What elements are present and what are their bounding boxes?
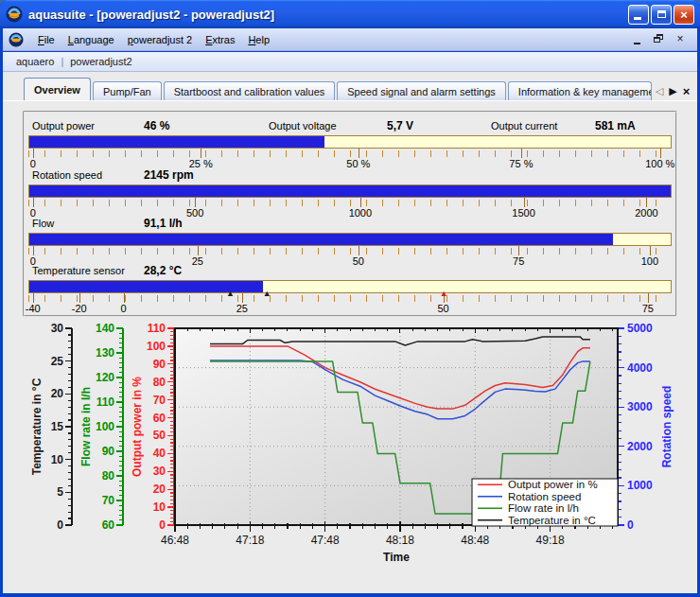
menu-item-extras[interactable]: Extras	[199, 32, 241, 47]
legend-label: Flow rate in l/h	[508, 502, 579, 514]
gauge-scale-label: 500	[186, 207, 203, 219]
tab-close-icon[interactable]: ×	[683, 85, 691, 97]
breadcrumb-item-poweradjust2[interactable]: poweradjust2	[66, 56, 135, 67]
svg-text:100: 100	[147, 340, 166, 353]
svg-text:Output power in %: Output power in %	[131, 377, 144, 477]
tab-scroll-left-icon[interactable]: ◁	[656, 86, 663, 97]
x-axis-title: Time	[383, 551, 410, 564]
svg-text:140: 140	[96, 322, 114, 335]
menu-bar: FileLanguagepoweradjust 2ExtrasHelp ×	[3, 28, 697, 51]
gauge-major-tick	[359, 149, 359, 158]
window-title: aquasuite - [poweradjust2 - poweradjust2…	[28, 8, 274, 22]
gauge-major-tick	[648, 293, 649, 303]
gauge-bar-output-power	[28, 135, 672, 149]
gauge-scale-label: -20	[72, 303, 87, 314]
svg-text:80: 80	[153, 376, 166, 389]
gauge-bar-temperature-sensor	[28, 280, 672, 293]
mdi-restore-button[interactable]	[654, 34, 665, 45]
svg-text:2000: 2000	[627, 440, 653, 453]
mdi-minimize-button[interactable]	[633, 34, 644, 45]
gauge-major-tick	[650, 246, 651, 255]
legend-label: Temperature in °C	[508, 515, 596, 526]
app-window: aquasuite - [poweradjust2 - poweradjust2…	[0, 0, 700, 597]
gauge-value-flow: 91,1 l/h	[144, 217, 183, 230]
gauge-value-rotation-speed: 2145 rpm	[144, 168, 194, 182]
breadcrumb-item-aquaero[interactable]: aquaero	[12, 56, 58, 67]
gauge-value-output-current: 581 mA	[595, 119, 636, 132]
gauge-scale-label: 75	[513, 255, 524, 267]
minimize-icon	[634, 17, 641, 20]
x-tick-label: 49:18	[536, 534, 565, 547]
svg-text:120: 120	[96, 371, 114, 384]
gauge-bar-fill-output-power	[29, 136, 324, 148]
gauge-major-tick	[124, 293, 125, 303]
gauge-value-output-voltage: 5,7 V	[387, 119, 413, 132]
gauge-scale-label: 0	[30, 158, 36, 169]
gauge-major-tick	[521, 149, 522, 158]
title-bar[interactable]: aquasuite - [poweradjust2 - poweradjust2…	[0, 0, 700, 28]
tab-page: OverviewPump/FanStartboost and calibrati…	[3, 72, 697, 593]
gauge-major-tick	[33, 293, 34, 303]
menu-item-help[interactable]: Help	[241, 32, 276, 47]
svg-text:70: 70	[102, 494, 115, 507]
svg-text:10: 10	[51, 453, 64, 466]
gauge-major-tick	[33, 246, 34, 255]
gauge-scale-label: 50	[437, 303, 448, 314]
svg-text:0: 0	[159, 518, 166, 532]
gauge-major-tick	[195, 198, 196, 207]
tab-speed-signal-and-alarm-settings[interactable]: Speed signal and alarm settings	[337, 81, 506, 100]
gauge-scale-label: 0	[121, 303, 127, 314]
gauge-scale-label: 1000	[349, 207, 372, 219]
svg-text:30: 30	[51, 322, 64, 335]
gauge-threshold-marker-icon: ▲	[263, 290, 271, 298]
gauge-bar-fill-flow	[29, 234, 613, 245]
gauge-scale-label: 100	[641, 255, 658, 267]
svg-text:3000: 3000	[627, 400, 653, 413]
svg-text:5000: 5000	[627, 322, 653, 335]
svg-text:50: 50	[153, 429, 166, 442]
menu-item-poweradjust-2[interactable]: poweradjust 2	[121, 32, 200, 47]
svg-text:0: 0	[57, 518, 63, 532]
gauge-threshold-marker-icon: ▲	[226, 290, 235, 298]
gauge-bar-fill-rotation-speed	[29, 185, 671, 197]
app-icon-small	[9, 32, 24, 47]
maximize-button[interactable]	[651, 5, 672, 25]
svg-text:110: 110	[96, 395, 115, 409]
axis-flow: 60708090100110120130140Flow rate in l/h	[79, 322, 123, 532]
menu-item-file[interactable]: File	[31, 32, 61, 47]
minimize-button[interactable]	[628, 5, 649, 25]
tab-startboost-and-calibration-values[interactable]: Startboost and calibration values	[164, 81, 336, 100]
tab-information-key-management[interactable]: Information & key management	[508, 81, 652, 100]
gauge-label-output-voltage: Output voltage	[269, 120, 337, 132]
close-button[interactable]: ×	[674, 5, 694, 25]
breadcrumb: aquaero | poweradjust2	[3, 52, 697, 72]
svg-text:130: 130	[96, 346, 114, 360]
svg-text:80: 80	[102, 469, 115, 483]
tab-overview[interactable]: Overview	[24, 78, 91, 100]
tab-scroll-right-icon[interactable]: ▶	[669, 86, 676, 97]
svg-text:100: 100	[96, 420, 114, 433]
gauge-scale-label: 50 %	[346, 158, 370, 169]
svg-text:1000: 1000	[627, 479, 653, 492]
gauge-scale-label: 1500	[512, 207, 534, 219]
gauge-major-tick	[242, 293, 243, 303]
gauge-scale-label: 75	[642, 303, 654, 314]
svg-text:20: 20	[153, 483, 166, 496]
gauge-tick-strip-temperature-sensor	[28, 295, 672, 302]
svg-text:25: 25	[51, 355, 64, 368]
svg-text:40: 40	[153, 447, 166, 460]
svg-text:Rotation speed: Rotation speed	[660, 386, 674, 468]
mdi-minimize-icon	[634, 43, 640, 44]
tab-pump-fan[interactable]: Pump/Fan	[93, 81, 162, 100]
svg-text:60: 60	[102, 518, 115, 532]
svg-text:110: 110	[148, 322, 166, 335]
gauge-label-flow: Flow	[32, 218, 54, 229]
gauge-value-output-power: 46 %	[144, 119, 169, 132]
gauge-major-tick	[646, 198, 647, 207]
gauge-tick-strip-flow	[28, 248, 672, 255]
svg-text:5: 5	[57, 485, 63, 499]
gauge-scale-label: 2000	[635, 207, 657, 219]
menu-item-language[interactable]: Language	[61, 32, 121, 47]
mdi-close-button[interactable]: ×	[674, 34, 686, 45]
legend-label: Rotation speed	[508, 491, 581, 502]
